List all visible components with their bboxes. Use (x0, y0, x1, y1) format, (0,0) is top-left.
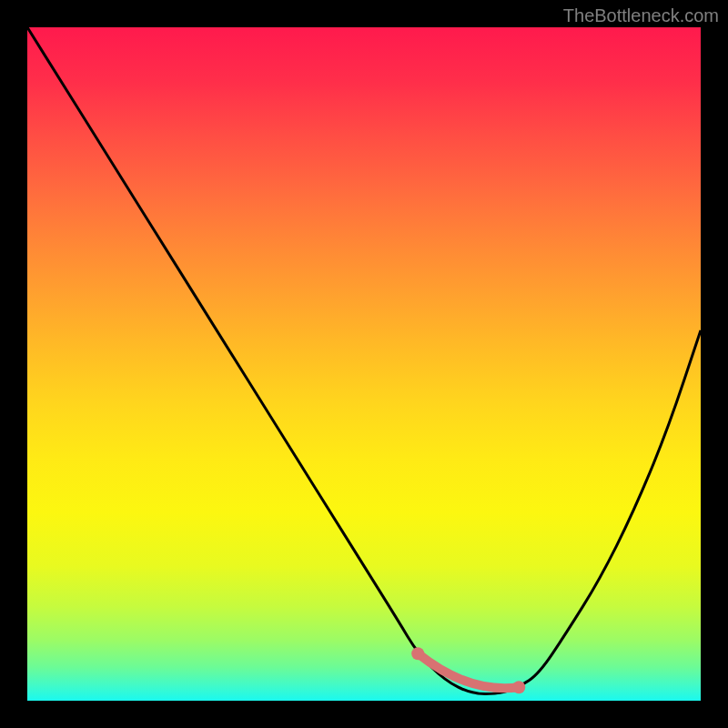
bottleneck-curve (27, 27, 701, 694)
optimal-range-markers (411, 647, 525, 693)
optimal-marker-left (411, 647, 424, 660)
chart-container (27, 27, 701, 701)
optimal-range-segment (418, 653, 519, 688)
bottleneck-curve-layer (27, 27, 701, 701)
watermark-text: TheBottleneck.com (563, 5, 719, 26)
optimal-marker-right (512, 681, 525, 693)
